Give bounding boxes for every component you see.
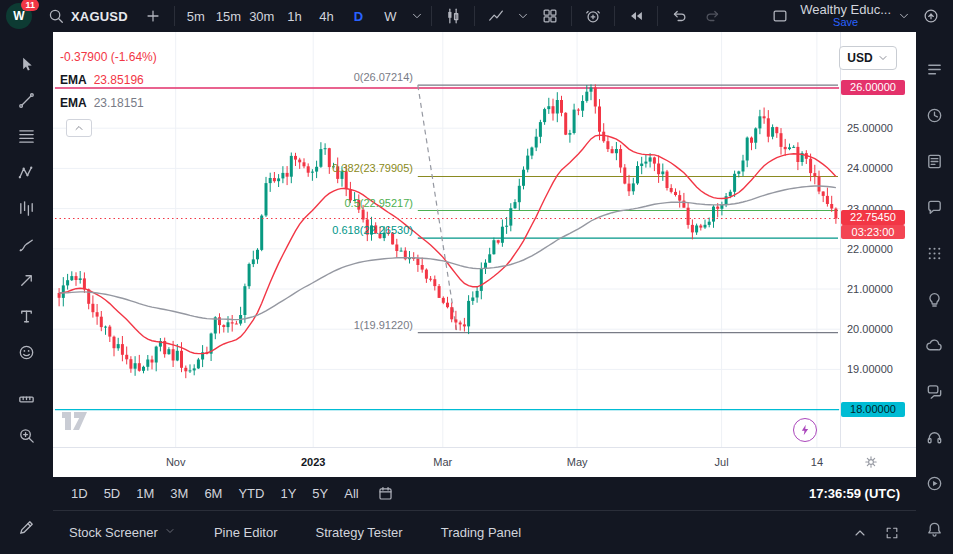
toolbar-divider — [657, 6, 658, 26]
timeframe-15m[interactable]: 15m — [212, 5, 245, 28]
user-avatar[interactable]: W 11 — [6, 3, 32, 29]
range-1Y[interactable]: 1Y — [272, 483, 304, 504]
fib-level-label[interactable]: 1(19.91220) — [253, 319, 413, 332]
redo-icon[interactable] — [697, 2, 729, 30]
ruler-tool-icon[interactable] — [10, 384, 44, 414]
range-1M[interactable]: 1M — [128, 483, 162, 504]
maximize-panel-icon[interactable] — [884, 525, 900, 541]
toolbar-divider — [174, 6, 175, 26]
chevron-down-icon — [877, 52, 889, 64]
arrow-tool-icon[interactable] — [10, 265, 44, 295]
watchlist-icon[interactable] — [920, 54, 950, 84]
cursor-tool-icon[interactable] — [10, 49, 44, 79]
range-5D[interactable]: 5D — [96, 483, 129, 504]
footer-tab-trading-panel[interactable]: Trading Panel — [441, 525, 521, 540]
create-alert-icon[interactable] — [577, 2, 609, 30]
bars-pattern-tool-icon[interactable] — [10, 193, 44, 223]
notifications-bell-icon[interactable] — [920, 514, 950, 544]
session-clock[interactable]: 17:36:59 (UTC) — [809, 486, 906, 501]
fib-level-label[interactable]: 0(26.07214) — [253, 71, 413, 84]
price-tick: 20.00000 — [847, 322, 893, 336]
messages-icon[interactable] — [920, 376, 950, 406]
timeframe-5m[interactable]: 5m — [180, 5, 212, 28]
price-tick: 22.00000 — [847, 242, 893, 256]
support-headset-icon[interactable] — [920, 422, 950, 452]
xabcd-pattern-tool-icon[interactable] — [10, 157, 44, 187]
go-to-date-icon[interactable] — [377, 485, 394, 502]
publish-icon[interactable] — [915, 2, 947, 30]
fib-level-label[interactable]: 0.618(22.26530) — [253, 224, 413, 237]
timeframe-4h[interactable]: 4h — [310, 5, 342, 28]
chat-bubble-icon[interactable] — [920, 192, 950, 222]
time-axis[interactable]: Nov2023MarMayJul14 — [53, 447, 916, 477]
time-tick: Nov — [156, 456, 196, 468]
save-link[interactable]: Save — [833, 16, 858, 28]
quick-trade-button[interactable] — [793, 418, 817, 442]
tutorials-play-icon[interactable] — [920, 468, 950, 498]
add-symbol-icon[interactable] — [137, 2, 169, 30]
timeframe-group: 5m15m30m1h4hDW — [180, 5, 407, 28]
time-tick: 2023 — [293, 456, 333, 468]
symbol-search-button[interactable]: XAGUSD — [40, 2, 135, 30]
range-5Y[interactable]: 5Y — [304, 483, 336, 504]
footer-tab-label: Strategy Tester — [315, 525, 402, 540]
right-sidebar — [916, 32, 953, 554]
ema-legend-row[interactable]: EMA23.18151 — [60, 96, 157, 110]
ema-label: EMA — [60, 96, 87, 110]
footer-tab-pine-editor[interactable]: Pine Editor — [214, 525, 278, 540]
timeframe-1h[interactable]: 1h — [278, 5, 310, 28]
range-3M[interactable]: 3M — [162, 483, 196, 504]
collapse-panel-icon[interactable] — [852, 525, 868, 541]
brush-tool-icon[interactable] — [10, 229, 44, 259]
footer-tab-strategy-tester[interactable]: Strategy Tester — [315, 525, 402, 540]
indicators-chevron-icon[interactable] — [514, 2, 532, 30]
fib-level-label[interactable]: 0.5(22.95217) — [253, 197, 413, 210]
price-tick: 25.00000 — [847, 121, 893, 135]
chevron-up-icon — [73, 122, 85, 134]
screener-grid-icon[interactable] — [920, 238, 950, 268]
news-icon[interactable] — [920, 146, 950, 176]
layout-chevron-icon[interactable] — [895, 2, 913, 30]
price-axis[interactable]: 26.0000025.0000024.0000023.0000022.00000… — [840, 32, 917, 447]
price-change: -0.37900 (-1.64%) — [60, 50, 157, 64]
range-YTD[interactable]: YTD — [230, 483, 272, 504]
fib-level-label[interactable]: 0.382(23.79905) — [253, 162, 413, 175]
range-1D[interactable]: 1D — [63, 483, 96, 504]
multichart-layout-icon[interactable] — [534, 2, 566, 30]
alerts-clock-icon[interactable] — [920, 100, 950, 130]
zoom-in-tool-icon[interactable] — [10, 420, 44, 450]
text-tool-icon[interactable] — [10, 301, 44, 331]
range-6M[interactable]: 6M — [196, 483, 230, 504]
undo-icon[interactable] — [663, 2, 695, 30]
layout-name-button[interactable]: Wealthy Educ... Save — [800, 4, 891, 28]
timeframe-30m[interactable]: 30m — [245, 5, 278, 28]
fib-retracement-tool-icon[interactable] — [10, 121, 44, 151]
ema-legend-row[interactable]: EMA23.85196 — [60, 73, 157, 87]
candlestick-chart[interactable] — [53, 32, 840, 447]
price-line-tag[interactable]: 26.00000 — [841, 80, 905, 95]
chart-style-icon[interactable] — [437, 2, 469, 30]
collapse-legend-button[interactable] — [66, 119, 92, 137]
currency-dropdown[interactable]: USD — [839, 46, 897, 70]
emoji-tool-icon[interactable] — [10, 337, 44, 367]
bar-replay-icon[interactable] — [620, 2, 652, 30]
footer-tab-stock-screener[interactable]: Stock Screener — [69, 525, 176, 540]
save-layout-icon[interactable] — [764, 2, 796, 30]
indicators-icon[interactable] — [480, 2, 512, 30]
chevron-down-icon — [164, 525, 176, 540]
timeframe-D[interactable]: D — [342, 5, 374, 28]
time-tick: 14 — [797, 456, 837, 468]
trend-line-tool-icon[interactable] — [10, 85, 44, 115]
timeframe-chevron-icon[interactable] — [408, 2, 426, 30]
price-line-tag[interactable]: 18.00000 — [841, 402, 905, 417]
drawing-toolbar — [0, 32, 53, 554]
ideas-lightbulb-icon[interactable] — [920, 284, 950, 314]
chat-cloud-icon[interactable] — [920, 330, 950, 360]
notification-badge: 11 — [21, 0, 39, 11]
edit-pencil-icon[interactable] — [10, 512, 44, 542]
price-tick: 19.00000 — [847, 362, 893, 376]
timeframe-W[interactable]: W — [374, 5, 406, 28]
timezone-settings-icon[interactable] — [863, 454, 879, 472]
chart-area[interactable]: -0.37900 (-1.64%) EMA23.85196 EMA23.1815… — [53, 32, 916, 477]
range-All[interactable]: All — [336, 483, 366, 504]
